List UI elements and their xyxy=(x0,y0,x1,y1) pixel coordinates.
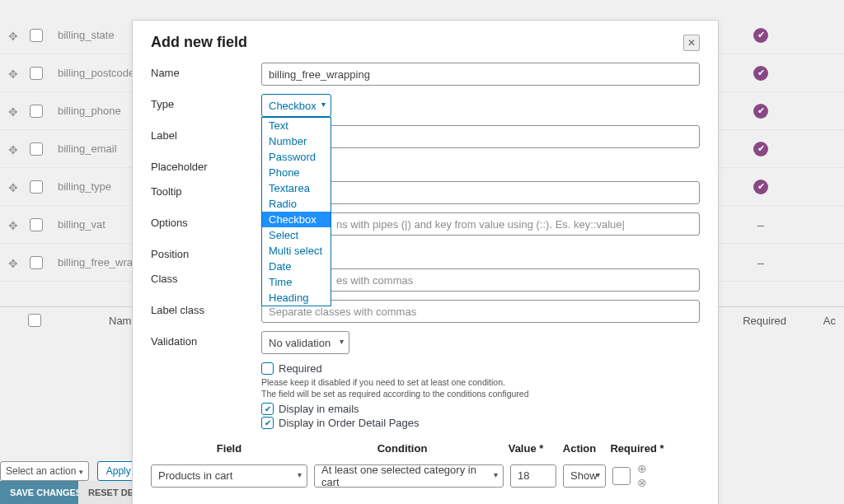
status-badge: ✔ xyxy=(753,180,768,194)
type-option[interactable]: Radio xyxy=(262,196,331,212)
type-option[interactable]: Date xyxy=(262,259,331,274)
remove-condition-icon[interactable]: ⊗ xyxy=(637,477,647,488)
bulk-action-select[interactable]: Select an action ▾ xyxy=(0,461,89,481)
type-option[interactable]: Heading xyxy=(262,290,331,306)
label-options: Options xyxy=(151,212,261,229)
field-name: billing_type xyxy=(58,180,111,193)
row-checkbox[interactable] xyxy=(30,67,43,80)
add-condition-icon[interactable]: ⊕ xyxy=(637,463,647,474)
type-option[interactable]: Number xyxy=(262,133,331,149)
drag-handle-icon[interactable]: ✥ xyxy=(8,181,20,193)
type-option[interactable]: Time xyxy=(262,274,331,290)
condition-row: Products in cart▾ At least one selected … xyxy=(151,463,700,488)
drag-handle-icon[interactable]: ✥ xyxy=(8,219,20,231)
drag-handle-icon[interactable]: ✥ xyxy=(8,143,20,155)
help-text: Please keep it disabled if you need to s… xyxy=(261,376,700,388)
status-badge: – xyxy=(753,255,768,270)
status-badge: – xyxy=(753,217,768,232)
label-validation: Validation xyxy=(151,331,261,348)
label-name: Name xyxy=(151,63,261,79)
select-all-checkbox[interactable] xyxy=(28,314,41,327)
chevron-down-icon: ▾ xyxy=(321,100,326,109)
type-option[interactable]: Checkbox xyxy=(262,212,331,227)
col-required: Required xyxy=(743,315,786,327)
close-icon[interactable]: ✕ xyxy=(683,35,700,51)
label-type: Type xyxy=(151,94,261,110)
type-select[interactable]: Checkbox ▾ xyxy=(261,94,331,117)
field-name: billing_postcode xyxy=(58,67,134,79)
cond-action-select[interactable]: Show▾ xyxy=(563,464,606,488)
chevron-down-icon: ▾ xyxy=(340,337,344,346)
add-field-modal: Add new field ✕ Name Type Checkbox ▾ Tex… xyxy=(132,20,719,504)
display-order-label: Display in Order Detail Pages xyxy=(279,417,420,429)
validation-select[interactable]: No validation ▾ xyxy=(261,331,349,354)
row-checkbox[interactable] xyxy=(30,29,43,42)
display-order-checkbox[interactable] xyxy=(261,417,274,429)
conditions-header: Field Condition Value * Action Required … xyxy=(151,442,700,455)
label-label: Label xyxy=(151,125,261,142)
row-checkbox[interactable] xyxy=(30,256,43,269)
display-emails-checkbox[interactable] xyxy=(261,403,274,415)
type-option[interactable]: Text xyxy=(262,118,331,133)
row-checkbox[interactable] xyxy=(30,180,43,194)
label-placeholder: Placeholder xyxy=(151,156,261,173)
name-input[interactable] xyxy=(261,63,700,86)
status-badge: ✔ xyxy=(753,142,768,156)
type-option[interactable]: Phone xyxy=(262,165,331,180)
drag-handle-icon[interactable]: ✥ xyxy=(8,105,20,117)
required-label: Required xyxy=(279,362,322,375)
cond-required-checkbox[interactable] xyxy=(612,467,631,485)
label-tooltip: Tooltip xyxy=(151,181,261,198)
row-checkbox[interactable] xyxy=(30,218,43,231)
field-name: billing_vat xyxy=(58,218,106,231)
drag-handle-icon[interactable]: ✥ xyxy=(8,257,20,268)
cond-value-input[interactable] xyxy=(510,464,556,488)
field-name: billing_phone xyxy=(58,105,121,117)
drag-handle-icon[interactable]: ✥ xyxy=(8,30,20,41)
type-dropdown: TextNumberPasswordPhoneTextareaRadioChec… xyxy=(261,117,331,306)
row-checkbox[interactable] xyxy=(30,142,43,156)
field-name: billing_email xyxy=(58,142,117,155)
display-emails-label: Display in emails xyxy=(279,403,359,415)
field-name: billing_state xyxy=(58,29,115,41)
cond-field-select[interactable]: Products in cart▾ xyxy=(151,464,307,488)
label-position: Position xyxy=(151,244,261,260)
modal-title: Add new field xyxy=(151,34,247,51)
type-option[interactable]: Select xyxy=(262,227,331,243)
type-option[interactable]: Password xyxy=(262,149,331,165)
col-actions: Ac xyxy=(823,315,836,327)
label-label-class: Label class xyxy=(151,300,261,316)
type-option[interactable]: Multi select xyxy=(262,243,331,259)
status-badge: ✔ xyxy=(753,104,768,119)
label-class: Class xyxy=(151,268,261,285)
drag-handle-icon[interactable]: ✥ xyxy=(8,68,20,79)
status-badge: ✔ xyxy=(753,66,768,81)
cond-condition-select[interactable]: At least one selected category in cart▾ xyxy=(314,464,504,488)
help-text: The field will be set as required accord… xyxy=(261,388,700,399)
row-checkbox[interactable] xyxy=(30,105,43,118)
type-option[interactable]: Textarea xyxy=(262,180,331,196)
required-checkbox[interactable] xyxy=(261,362,274,375)
status-badge: ✔ xyxy=(753,28,768,43)
